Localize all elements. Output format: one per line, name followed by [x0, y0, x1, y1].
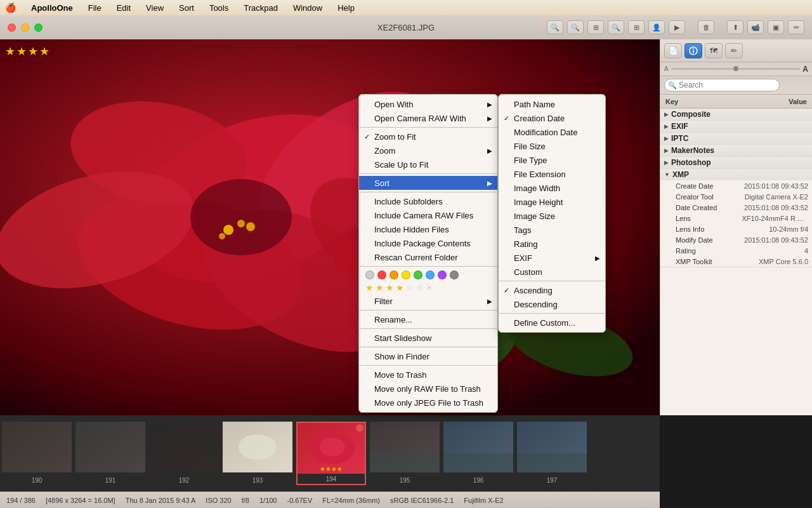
sort-submenu-item[interactable]: File Size — [499, 139, 605, 153]
menu-trackpad[interactable]: Trackpad — [241, 3, 280, 13]
thumbnail-item[interactable]: 195 — [370, 422, 440, 485]
sort-submenu-item[interactable]: ✓Ascending — [499, 283, 605, 297]
color-dot-7[interactable] — [450, 271, 459, 279]
map-tab-btn[interactable]: 🗺 — [705, 43, 723, 58]
menu-item-include-pkg[interactable]: Include Package Contents — [359, 236, 497, 250]
menu-sort[interactable]: Sort — [176, 3, 197, 13]
tree-section-header-composite[interactable]: ▶Composite — [660, 109, 812, 120]
menu-item-slideshow[interactable]: Start Slideshow — [359, 331, 497, 345]
metadata-search-input[interactable] — [664, 79, 780, 91]
menu-item-trash[interactable]: Move to Trash — [359, 368, 497, 382]
menu-apolloone[interactable]: ApolloOne — [29, 3, 75, 13]
sort-submenu-item[interactable]: File Type — [499, 153, 605, 167]
export-btn[interactable]: ⬆ — [727, 20, 743, 34]
menu-item-rename[interactable]: Rename... — [359, 312, 497, 326]
color-dot-5[interactable] — [426, 271, 435, 279]
menu-file[interactable]: File — [86, 3, 104, 13]
tree-section-header-iptc[interactable]: ▶IPTC — [660, 133, 812, 144]
play-btn[interactable]: ▶ — [669, 20, 685, 34]
star-item-3[interactable]: ★ — [396, 283, 404, 293]
thumbnail-item[interactable]: 192 — [149, 422, 219, 485]
maximize-button[interactable] — [34, 23, 43, 32]
metadata-tab-btn[interactable] — [684, 43, 702, 58]
menu-item-filter[interactable]: Filter▶ — [359, 294, 497, 308]
sort-submenu-item[interactable]: File Extension — [499, 167, 605, 181]
menu-item-zoom[interactable]: Zoom▶ — [359, 144, 497, 157]
sort-submenu-item[interactable]: EXIF▶ — [499, 251, 605, 265]
tree-section-header-photoshop[interactable]: ▶Photoshop — [660, 157, 812, 168]
color-dot-1[interactable] — [377, 271, 386, 279]
edit-btn[interactable]: ✏ — [788, 20, 804, 34]
minimize-button[interactable] — [21, 23, 29, 32]
sort-submenu-item[interactable]: Rating — [499, 237, 605, 251]
user-btn[interactable]: 👤 — [648, 20, 665, 34]
edit-panel-btn[interactable]: ✏ — [725, 43, 743, 58]
menu-window[interactable]: Window — [291, 3, 325, 13]
color-dot-3[interactable] — [402, 271, 410, 279]
menu-item-open-with[interactable]: Open With▶ — [359, 97, 497, 111]
color-dot-6[interactable] — [438, 271, 447, 279]
menu-item-show-finder[interactable]: Show in Finder — [359, 349, 497, 363]
video-btn[interactable]: 📹 — [747, 20, 764, 34]
thumbnail-item[interactable]: 190 — [2, 422, 72, 485]
menu-item-rescan[interactable]: Rescan Current Folder — [359, 250, 497, 264]
sort-submenu-item[interactable]: Image Height — [499, 195, 605, 209]
star-item-0[interactable]: ★ — [365, 283, 374, 293]
menu-item-trash-jpeg[interactable]: Move only JPEG File to Trash — [359, 396, 497, 410]
sort-submenu-item[interactable]: Image Size — [499, 209, 605, 223]
fit-btn[interactable]: ⊞ — [587, 20, 604, 34]
sort-submenu-item[interactable]: Define Custom... — [499, 316, 605, 330]
sort-submenu-item[interactable]: Image Width — [499, 181, 605, 195]
menu-help[interactable]: Help — [335, 3, 357, 13]
close-button[interactable] — [8, 23, 16, 32]
menu-tools[interactable]: Tools — [207, 3, 231, 13]
color-dot-4[interactable] — [414, 271, 422, 279]
delete-btn[interactable]: 🗑 — [698, 20, 714, 34]
menu-item-include-raw[interactable]: Include Camera RAW Files — [359, 208, 497, 222]
sort-submenu-item[interactable]: ✓Creation Date — [499, 111, 605, 125]
sort-submenu-item[interactable]: Path Name — [499, 97, 605, 111]
info-tab-btn[interactable]: 📄 — [664, 43, 682, 58]
tree-row-key: XMP Toolkit — [676, 258, 742, 265]
sort-submenu-item[interactable]: Tags — [499, 223, 605, 237]
menu-item-open-raw[interactable]: Open Camera RAW With▶ — [359, 111, 497, 125]
svg-point-11 — [219, 233, 225, 239]
thumbnail-close-btn[interactable] — [356, 424, 363, 432]
tree-section-header-xmp[interactable]: ▼XMP — [660, 169, 812, 180]
thumbnail-item[interactable]: 191 — [75, 422, 145, 485]
menu-item-include-sub[interactable]: Include Subfolders — [359, 194, 497, 208]
star-item-5[interactable]: ☆ — [416, 283, 424, 293]
sort-submenu-item[interactable]: Custom — [499, 265, 605, 279]
color-dot-2[interactable] — [390, 271, 398, 279]
menu-edit[interactable]: Edit — [114, 3, 133, 13]
star-item-4[interactable]: ☆ — [406, 283, 414, 293]
tree-section-header-makernotes[interactable]: ▶MakerNotes — [660, 145, 812, 156]
menu-view[interactable]: View — [143, 3, 166, 13]
star-item-2[interactable]: ★ — [386, 283, 394, 293]
star-item-6[interactable]: ✕ — [426, 284, 432, 292]
zoom-in-btn[interactable]: 🔍 — [567, 20, 584, 34]
thumbnail-item[interactable]: 193 — [223, 422, 292, 485]
grid-btn[interactable]: ⊞ — [628, 20, 645, 34]
zoom-out-btn[interactable]: 🔍 — [547, 20, 563, 34]
sort-submenu-item[interactable]: Descending — [499, 297, 605, 311]
svg-point-8 — [190, 179, 292, 255]
tree-arrow: ▼ — [664, 171, 670, 178]
tree-arrow: ▶ — [664, 159, 669, 166]
sort-submenu-item[interactable]: Modification Date — [499, 125, 605, 139]
zoom-actual-btn[interactable]: 🔍 — [608, 20, 624, 34]
menu-item-trash-raw[interactable]: Move only RAW File to Trash — [359, 382, 497, 396]
apple-menu[interactable]: 🍎 — [5, 3, 16, 13]
menu-item-label: Move to Trash — [374, 370, 426, 380]
color-dot-0[interactable] — [365, 271, 374, 279]
menu-item-scale-up[interactable]: Scale Up to Fit — [359, 157, 497, 171]
tree-section-header-exif[interactable]: ▶EXIF — [660, 121, 812, 132]
panel-btn[interactable]: ▣ — [768, 20, 784, 34]
star-item-1[interactable]: ★ — [376, 283, 384, 293]
thumbnail-item[interactable]: 196 — [443, 422, 513, 485]
thumbnail-item[interactable]: ★★★★194 — [296, 422, 366, 485]
thumbnail-item[interactable]: 197 — [517, 422, 587, 485]
menu-item-sort[interactable]: Sort▶ — [359, 176, 497, 190]
menu-item-zoom-fit[interactable]: ✓Zoom to Fit — [359, 130, 497, 144]
menu-item-include-hidden[interactable]: Include Hidden Files — [359, 222, 497, 236]
